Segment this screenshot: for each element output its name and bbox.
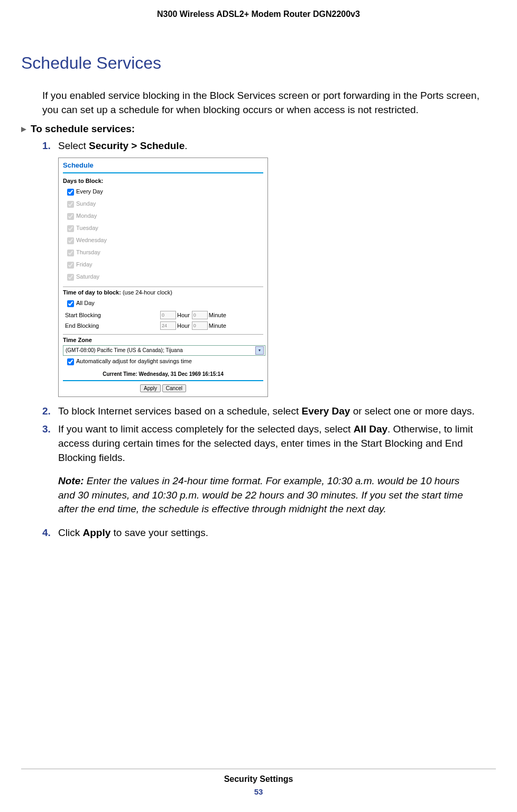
text-bold: Security > Schedule — [89, 140, 184, 151]
sunday-row[interactable]: Sunday — [63, 198, 263, 210]
start-minute-input[interactable] — [192, 311, 208, 319]
text-part: If you want to limit access completely f… — [58, 423, 354, 435]
tuesday-row[interactable]: Tuesday — [63, 223, 263, 235]
ss-divider — [63, 334, 263, 335]
step-number: 4. — [42, 526, 58, 540]
text-part: Select — [58, 140, 89, 151]
text-part: Click — [58, 527, 82, 538]
end-blocking-label: End Blocking — [65, 322, 160, 329]
step-number: 2. — [42, 404, 58, 419]
footer-chapter: Security Settings — [0, 774, 517, 784]
text-bold: All Day — [354, 423, 387, 435]
step-text: Select Security > Schedule. — [58, 139, 496, 153]
page-header-title: N300 Wireless ADSL2+ Modem Router DGN220… — [21, 0, 496, 24]
arrow-icon — [21, 123, 26, 128]
end-hour-input[interactable] — [160, 321, 176, 330]
all-day-row[interactable]: All Day — [63, 298, 263, 310]
note-block: Note: Enter the values in 24-hour time f… — [58, 474, 475, 516]
checkbox-label: Automatically adjust for daylight saving… — [76, 358, 192, 364]
apply-button[interactable]: Apply — [140, 384, 161, 392]
text-bold: Every Day — [301, 405, 350, 417]
tuesday-checkbox[interactable] — [67, 225, 74, 232]
every-day-row[interactable]: Every Day — [63, 186, 263, 198]
step-3: 3. If you want to limit access completel… — [42, 422, 496, 465]
days-to-block-label: Days to Block: — [63, 178, 263, 184]
time-of-day-label: Time of day to block: (use 24-hour clock… — [63, 289, 263, 296]
text-part: to save your settings. — [110, 527, 208, 538]
svg-marker-0 — [21, 127, 26, 132]
note-text: Enter the values in 24-hour time format.… — [58, 475, 463, 514]
select-value: (GMT-08:00) Pacific Time (US & Canada); … — [66, 347, 183, 353]
dst-checkbox[interactable] — [67, 358, 74, 365]
text-part: or select one or more days. — [350, 405, 475, 417]
checkbox-label: Tuesday — [76, 225, 98, 231]
all-day-checkbox[interactable] — [67, 300, 74, 307]
checkbox-label: Wednesday — [76, 237, 107, 243]
checkbox-label: Saturday — [76, 273, 99, 280]
current-time: Current Time: Wednesday, 31 Dec 1969 16:… — [63, 368, 263, 380]
intro-paragraph: If you enabled service blocking in the B… — [42, 89, 496, 117]
text-bold: Apply — [82, 527, 110, 538]
monday-row[interactable]: Monday — [63, 210, 263, 223]
checkbox-label: Sunday — [76, 200, 96, 207]
every-day-checkbox[interactable] — [67, 189, 74, 196]
sunday-checkbox[interactable] — [67, 201, 74, 208]
saturday-row[interactable]: Saturday — [63, 271, 263, 283]
start-blocking-row: Start Blocking Hour Minute — [63, 310, 263, 320]
text-part: . — [184, 140, 187, 151]
ss-divider — [63, 172, 263, 173]
checkbox-label: Friday — [76, 261, 93, 267]
wednesday-row[interactable]: Wednesday — [63, 235, 263, 247]
ss-divider — [63, 380, 263, 381]
step-4: 4. Click Apply to save your settings. — [42, 526, 496, 540]
label-note: (use 24-hour clock) — [123, 289, 172, 296]
thursday-checkbox[interactable] — [67, 250, 74, 256]
step-1: 1. Select Security > Schedule. — [42, 139, 496, 153]
hour-label: Hour — [177, 312, 190, 318]
ss-divider — [63, 287, 263, 287]
friday-checkbox[interactable] — [67, 262, 74, 269]
step-2: 2. To block Internet services based on a… — [42, 404, 496, 419]
minute-label: Minute — [209, 322, 226, 329]
wednesday-checkbox[interactable] — [67, 237, 74, 244]
hour-label: Hour — [177, 322, 190, 329]
checkbox-label: Monday — [76, 213, 97, 219]
step-text: Click Apply to save your settings. — [58, 526, 496, 540]
dst-row[interactable]: Automatically adjust for daylight saving… — [63, 356, 263, 368]
thursday-row[interactable]: Thursday — [63, 247, 263, 259]
minute-label: Minute — [209, 312, 226, 318]
ss-title: Schedule — [59, 158, 267, 171]
saturday-checkbox[interactable] — [67, 274, 74, 281]
end-blocking-row: End Blocking Hour Minute — [63, 320, 263, 331]
chevron-down-icon: ▼ — [255, 346, 264, 355]
procedure-title-text: To schedule services: — [31, 123, 135, 134]
page-footer: Security Settings 53 — [0, 769, 517, 796]
label-text: Time of day to block: — [63, 289, 123, 296]
timezone-select[interactable]: (GMT-08:00) Pacific Time (US & Canada); … — [63, 345, 265, 356]
section-heading: Schedule Services — [21, 53, 496, 73]
step-text: To block Internet services based on a sc… — [58, 404, 496, 419]
step-number: 1. — [42, 139, 58, 153]
monday-checkbox[interactable] — [67, 213, 74, 220]
checkbox-label: Every Day — [76, 188, 103, 195]
end-minute-input[interactable] — [192, 321, 208, 330]
start-hour-input[interactable] — [160, 311, 176, 319]
cancel-button[interactable]: Cancel — [162, 384, 186, 392]
text-part: To block Internet services based on a sc… — [58, 405, 301, 417]
schedule-screenshot: Schedule Days to Block: Every Day Sunday… — [58, 158, 268, 397]
friday-row[interactable]: Friday — [63, 259, 263, 271]
footer-divider — [21, 769, 496, 769]
footer-page-number: 53 — [0, 787, 517, 796]
checkbox-label: All Day — [76, 300, 95, 306]
step-text: If you want to limit access completely f… — [58, 422, 496, 465]
step-number: 3. — [42, 422, 58, 465]
start-blocking-label: Start Blocking — [65, 312, 160, 318]
note-label: Note: — [58, 475, 87, 486]
timezone-label: Time Zone — [63, 337, 263, 343]
checkbox-label: Thursday — [76, 249, 100, 255]
procedure-heading: To schedule services: — [21, 123, 496, 135]
